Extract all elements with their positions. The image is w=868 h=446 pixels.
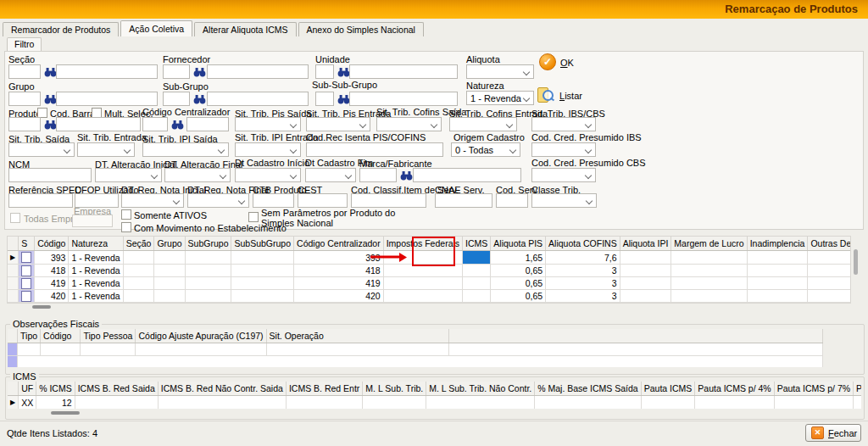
st-cofins-saida-select[interactable]	[376, 117, 442, 131]
subsubgrupo-desc-input[interactable]	[349, 92, 458, 106]
st-entrada-select[interactable]	[77, 142, 135, 157]
col-subgrupo[interactable]: SubGrupo	[185, 237, 231, 251]
col-margem-lucro[interactable]: Margem de Lucro	[671, 237, 747, 251]
subgrupo-desc-input[interactable]	[207, 92, 309, 106]
listar-button[interactable]: Listar	[559, 91, 582, 101]
cell-codigo[interactable]: 420	[35, 290, 69, 303]
row-checkbox[interactable]	[21, 252, 31, 263]
st-cofins-entrada-select[interactable]	[449, 117, 517, 131]
cell-uf[interactable]: XX	[19, 396, 36, 410]
tab-alterar-aliquota-icms[interactable]: Alterar Aliquota ICMS	[194, 22, 296, 36]
col-ajuste-c197[interactable]: Código Ajuste Apuração (C197)	[136, 329, 266, 343]
row-select-cell[interactable]	[19, 277, 35, 290]
subsubgrupo-code-input[interactable]	[315, 92, 334, 106]
cell-icms-selected[interactable]	[463, 251, 491, 265]
grupo-search-icon[interactable]	[44, 93, 57, 104]
col-s[interactable]: S	[19, 237, 35, 251]
cell-natureza[interactable]: 1 - Revenda	[69, 277, 123, 290]
st-saida-select[interactable]	[8, 142, 75, 157]
col-perc-icms[interactable]: % ICMS	[36, 382, 75, 396]
st-pis-entrada-select[interactable]	[306, 117, 370, 131]
fornecedor-desc-input[interactable]	[207, 64, 309, 79]
ok-button[interactable]: OK	[560, 58, 574, 68]
col-icms-b-red-nao-contr-saida[interactable]: ICMS B. Red Não Contr. Saida	[158, 382, 286, 396]
col-inadimplencia[interactable]: Inadimplencia	[747, 237, 808, 251]
subsubgrupo-search-icon[interactable]	[337, 93, 350, 104]
cred-presumido-cbs-select[interactable]	[531, 168, 596, 182]
dt-alteracao-inicial-select[interactable]	[95, 168, 162, 182]
sem-parametros-checkbox[interactable]	[248, 212, 259, 222]
fechar-button[interactable]: ✕ Fechar	[805, 424, 861, 442]
referencia-sped-input[interactable]	[8, 193, 73, 208]
cell-aliquota-cofins[interactable]: 3	[546, 277, 620, 290]
tab-remarcador-de-produtos[interactable]: Remarcador de Produtos	[3, 22, 119, 36]
col-codigo[interactable]: Código	[35, 237, 69, 251]
row-checkbox[interactable]	[21, 291, 31, 302]
fornecedor-code-input[interactable]	[163, 64, 190, 79]
cell-centralizador[interactable]: 419	[294, 277, 384, 290]
col-pauta-icms-7[interactable]: Pauta ICMS p/ 7%	[774, 382, 853, 396]
row-checkbox[interactable]	[21, 265, 31, 276]
col-codigo[interactable]: Código	[41, 329, 81, 343]
tab-filtro[interactable]: Filtro	[7, 37, 42, 51]
col-sit-operacao[interactable]: Sit. Operação	[266, 329, 449, 343]
cod-rec-isenta-input[interactable]	[306, 142, 443, 157]
col-uf[interactable]: UF	[19, 382, 36, 396]
tab-anexo-simples-nacional[interactable]: Anexo do Simples Nacional	[298, 22, 424, 36]
origem-cadastro-select[interactable]: 0 - Todas	[451, 142, 520, 157]
dt-cadastro-fim-select[interactable]	[305, 168, 356, 182]
secao-search-icon[interactable]	[44, 66, 57, 77]
classe-trib-select[interactable]	[531, 193, 597, 208]
cell-natureza[interactable]: 1 - Revenda	[69, 265, 123, 277]
codigo-centralizador-input[interactable]	[142, 117, 168, 131]
row-select-cell[interactable]	[19, 265, 35, 277]
col-icms-b-red-saida[interactable]: ICMS B. Red Saida	[75, 382, 158, 396]
produto-code-input[interactable]	[8, 117, 41, 131]
dt-cadastro-inicio-select[interactable]	[235, 168, 301, 182]
col-subsubgrupo[interactable]: SubSubGrupo	[231, 237, 294, 251]
col-aliquota-ipi[interactable]: Aliquota IPI	[620, 237, 671, 251]
col-ml-sub-trib-nao-contr[interactable]: M. L Sub. Trib. Não Contr.	[426, 382, 535, 396]
cell-aliquota-pis[interactable]: 0,65	[491, 277, 546, 290]
marca-search-icon[interactable]	[400, 170, 413, 181]
cell-codigo[interactable]: 418	[35, 265, 69, 277]
secao-desc-input[interactable]	[56, 64, 158, 79]
ctb-produto-input[interactable]	[253, 193, 294, 208]
subgrupo-code-input[interactable]	[163, 92, 190, 106]
cell-aliquota-cofins[interactable]: 3	[546, 265, 620, 277]
cell-perc-icms[interactable]: 12	[36, 396, 75, 410]
col-natureza[interactable]: Natureza	[69, 237, 123, 251]
somente-ativos-checkbox[interactable]	[121, 209, 131, 220]
secao-code-input[interactable]	[8, 64, 41, 79]
row-select-cell[interactable]	[19, 251, 35, 265]
st-ibs-cbs-select[interactable]	[531, 117, 596, 131]
cell-aliquota-pis[interactable]: 0,65	[491, 290, 546, 303]
fornecedor-search-icon[interactable]	[193, 66, 206, 77]
produto-desc-input[interactable]	[56, 117, 141, 131]
subgrupo-search-icon[interactable]	[193, 93, 206, 104]
cell-aliquota-cofins[interactable]: 7,6	[546, 251, 620, 265]
produto-search-icon[interactable]	[44, 119, 57, 130]
cell-aliquota-cofins[interactable]: 3	[546, 290, 620, 303]
grupo-code-input[interactable]	[8, 92, 41, 106]
main-grid-hscroll-thumb[interactable]	[32, 305, 51, 309]
col-codigo-centralizador[interactable]: Código Centralizador	[294, 237, 384, 251]
marca-desc-input[interactable]	[413, 168, 521, 182]
st-ipi-entrada-select[interactable]	[235, 142, 301, 157]
col-maj-base-icms-saida[interactable]: % Maj. Base ICMS Saída	[535, 382, 641, 396]
st-pis-saida-select[interactable]	[235, 117, 301, 131]
col-grupo[interactable]: Grupo	[154, 237, 185, 251]
cod-classif-input[interactable]	[351, 193, 426, 208]
ncm-input[interactable]	[8, 168, 92, 182]
cell-codigo[interactable]: 393	[35, 251, 69, 265]
col-outras-despesas[interactable]: Outras Despesas	[808, 237, 851, 251]
cell-aliquota-pis[interactable]: 1,65	[491, 251, 546, 265]
aliquota-select[interactable]	[466, 64, 534, 79]
dt-alteracao-final-select[interactable]	[164, 168, 231, 182]
cred-presumido-ibs-select[interactable]	[531, 142, 596, 157]
unidade-search-icon[interactable]	[337, 66, 350, 77]
cnae-serv-input[interactable]	[435, 193, 492, 208]
col-aliquota-cofins[interactable]: Aliquota COFINS	[546, 237, 620, 251]
col-pauta-icms-12[interactable]: Pauta ICMS p/ 12%	[854, 382, 861, 396]
cell-aliquota-pis[interactable]: 0,65	[491, 265, 546, 277]
